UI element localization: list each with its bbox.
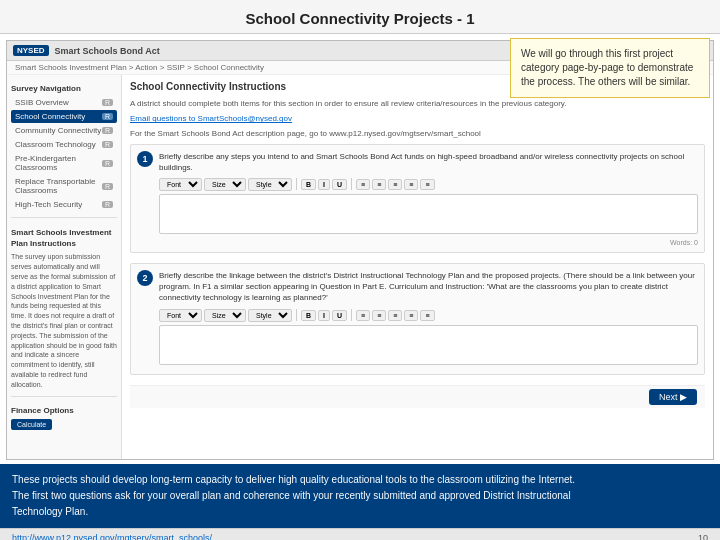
- page-title: School Connectivity Projects - 1: [0, 0, 720, 34]
- info-line-3: For the Smart Schools Bond Act descripti…: [130, 128, 705, 139]
- bold-btn-2[interactable]: B: [301, 310, 316, 321]
- question-1-word-count: Words: 0: [159, 239, 698, 246]
- question-1-body: Briefly describe any steps you intend to…: [159, 151, 698, 246]
- browser-logo: NYSED: [13, 45, 49, 56]
- browser-title: Smart Schools Bond Act: [55, 46, 160, 56]
- sidebar: Survey Navigation SSIB Overview R School…: [7, 75, 122, 459]
- indent-btn-2[interactable]: ≡: [420, 310, 434, 321]
- bottom-line-2: The first two questions ask for your ove…: [12, 488, 708, 504]
- question-1-text: Briefly describe any steps you intend to…: [159, 151, 698, 173]
- bold-btn-1[interactable]: B: [301, 179, 316, 190]
- question-1-number: 1: [137, 151, 153, 167]
- main-area: NYSED Smart Schools Bond Act Conference …: [0, 34, 720, 464]
- question-1-toolbar: Font Size Style B I U: [159, 178, 698, 191]
- align-center-btn-1[interactable]: ≡: [372, 179, 386, 190]
- align-right-btn-1[interactable]: ≡: [388, 179, 402, 190]
- sidebar-item-community-connectivity[interactable]: Community Connectivity R: [11, 124, 117, 137]
- sidebar-item-classroom-technology[interactable]: Classroom Technology R: [11, 138, 117, 151]
- info-line-1: A district should complete both items fo…: [130, 98, 705, 109]
- align-left-btn-1[interactable]: ≡: [356, 179, 370, 190]
- footer: http://www.p12.nysed.gov/mgtserv/smart_s…: [0, 528, 720, 540]
- size-select-1[interactable]: Size: [204, 178, 246, 191]
- align-center-btn-2[interactable]: ≡: [372, 310, 386, 321]
- style-select-2[interactable]: Style: [248, 309, 292, 322]
- high-tech-security-badge: R: [102, 201, 113, 208]
- ssib-badge: R: [102, 99, 113, 106]
- question-1-block: 1 Briefly describe any steps you intend …: [130, 144, 705, 253]
- bottom-line-3: Technology Plan.: [12, 504, 708, 520]
- sidebar-item-pre-k[interactable]: Pre-Kindergarten Classrooms R: [11, 152, 117, 174]
- toolbar-separator-2: [351, 178, 352, 190]
- bottom-section: These projects should develop long-term …: [0, 464, 720, 528]
- footer-page: 10: [698, 533, 708, 540]
- community-connectivity-badge: R: [102, 127, 113, 134]
- sidebar-item-replace-classrooms[interactable]: Replace Transportable Classrooms R: [11, 175, 117, 197]
- main-panel: School Connectivity Instructions A distr…: [122, 75, 713, 459]
- question-2-toolbar: Font Size Style B I U: [159, 309, 698, 322]
- investment-plan-text: The survey upon submission serves automa…: [11, 252, 117, 389]
- sidebar-item-high-tech-security[interactable]: High-Tech Security R: [11, 198, 117, 211]
- question-2-text: Briefly describe the linkage between the…: [159, 270, 698, 304]
- bottom-line-1: These projects should develop long-term …: [12, 472, 708, 488]
- underline-btn-2[interactable]: U: [332, 310, 347, 321]
- replace-classrooms-badge: R: [102, 183, 113, 190]
- toolbar-separator-4: [351, 309, 352, 321]
- question-2-block: 2 Briefly describe the linkage between t…: [130, 263, 705, 375]
- size-select-2[interactable]: Size: [204, 309, 246, 322]
- question-2-editor[interactable]: [159, 325, 698, 365]
- list-btn-2[interactable]: ≡: [404, 310, 418, 321]
- survey-nav-title: Survey Navigation: [11, 84, 117, 93]
- browser-mockup: NYSED Smart Schools Bond Act Conference …: [6, 40, 714, 460]
- nav-row: Next ▶: [130, 385, 705, 408]
- underline-btn-1[interactable]: U: [332, 179, 347, 190]
- sidebar-item-ssib[interactable]: SSIB Overview R: [11, 96, 117, 109]
- italic-btn-2[interactable]: I: [318, 310, 330, 321]
- question-1-editor[interactable]: [159, 194, 698, 234]
- callout-box: We will go through this first project ca…: [510, 38, 710, 98]
- school-connectivity-badge: R: [102, 113, 113, 120]
- style-select-1[interactable]: Style: [248, 178, 292, 191]
- question-2-body: Briefly describe the linkage between the…: [159, 270, 698, 368]
- align-right-btn-2[interactable]: ≡: [388, 310, 402, 321]
- next-button[interactable]: Next ▶: [649, 389, 697, 405]
- sidebar-item-school-connectivity[interactable]: School Connectivity R: [11, 110, 117, 123]
- calculate-button[interactable]: Calculate: [11, 419, 52, 430]
- italic-btn-1[interactable]: I: [318, 179, 330, 190]
- question-2-number: 2: [137, 270, 153, 286]
- indent-btn-1[interactable]: ≡: [420, 179, 434, 190]
- sidebar-investment-plan: Smart Schools Investment Plan Instructio…: [11, 217, 117, 390]
- sidebar-finance: Finance Options Calculate: [11, 396, 117, 430]
- font-select-1[interactable]: Font: [159, 178, 202, 191]
- toolbar-separator-1: [296, 178, 297, 190]
- finance-title: Finance Options: [11, 406, 117, 415]
- footer-url[interactable]: http://www.p12.nysed.gov/mgtserv/smart_s…: [12, 533, 212, 540]
- pre-k-badge: R: [102, 160, 113, 167]
- align-left-btn-2[interactable]: ≡: [356, 310, 370, 321]
- investment-plan-title: Smart Schools Investment Plan Instructio…: [11, 227, 117, 249]
- list-btn-1[interactable]: ≡: [404, 179, 418, 190]
- toolbar-separator-3: [296, 309, 297, 321]
- classroom-technology-badge: R: [102, 141, 113, 148]
- font-select-2[interactable]: Font: [159, 309, 202, 322]
- info-line-2: Email questions to SmartSchools@nysed.go…: [130, 113, 705, 124]
- inner-content: Survey Navigation SSIB Overview R School…: [7, 75, 713, 459]
